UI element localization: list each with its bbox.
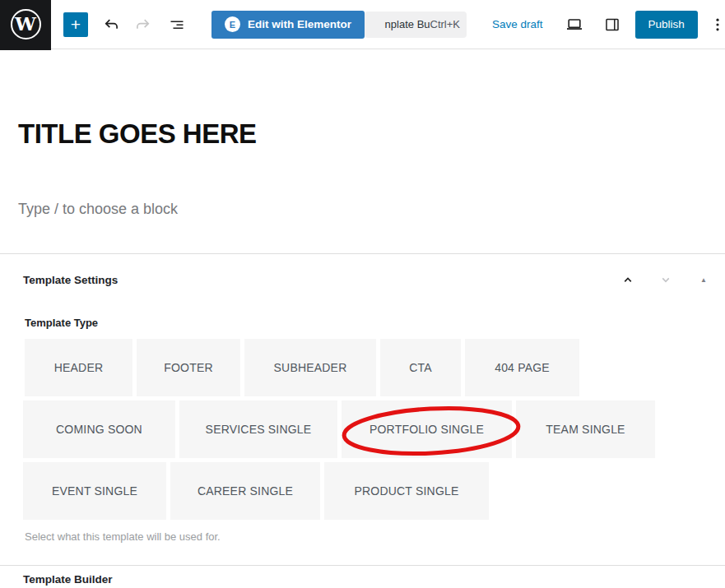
panel-header-controls: ▲: [618, 270, 709, 289]
move-panel-down-button[interactable]: [656, 270, 676, 289]
editor-canvas: TITLE GOES HERE Type / to choose a block…: [0, 118, 725, 586]
template-builder-panel: Template Builder: [0, 566, 725, 586]
add-block-button[interactable]: +: [63, 12, 88, 37]
block-appender[interactable]: Type / to choose a block: [18, 201, 725, 218]
template-type-cta[interactable]: CTA: [380, 339, 461, 396]
preview-button[interactable]: [561, 10, 588, 39]
edit-with-elementor-button[interactable]: E Edit with Elementor: [211, 11, 365, 39]
wordpress-logo[interactable]: W: [0, 0, 51, 50]
document-overview-icon: [168, 16, 186, 34]
command-palette-field[interactable]: nplate BuCtrl+K: [365, 12, 467, 38]
undo-icon: [102, 16, 120, 34]
template-type-header[interactable]: HEADER: [25, 339, 132, 396]
post-title[interactable]: TITLE GOES HERE: [18, 118, 725, 150]
save-draft-button[interactable]: Save draft: [492, 18, 543, 30]
panel-collapse-button[interactable]: ▲: [699, 276, 709, 284]
edit-with-elementor-label: Edit with Elementor: [248, 18, 351, 30]
wordpress-logo-icon: W: [11, 9, 41, 39]
template-type-portfolio-single[interactable]: PORTFOLIO SINGLE: [342, 400, 512, 458]
elementor-icon-letter: E: [230, 20, 235, 30]
elementor-icon: E: [225, 16, 240, 32]
portfolio-single-wrapper: PORTFOLIO SINGLE: [342, 400, 512, 458]
laptop-icon: [565, 15, 584, 35]
template-type-footer[interactable]: FOOTER: [137, 339, 240, 396]
template-type-team-single[interactable]: TEAM SINGLE: [516, 400, 655, 458]
chevron-up-icon: [620, 272, 635, 287]
template-type-row-3: EVENT SINGLE CAREER SINGLE PRODUCT SINGL…: [23, 462, 725, 520]
template-type-career-single[interactable]: CAREER SINGLE: [170, 462, 320, 520]
template-settings-body: Template Type HEADER FOOTER SUBHEADER CT…: [0, 289, 725, 543]
sidebar-toggle-icon: [603, 16, 621, 34]
command-shortcut-hint: Ctrl+K: [430, 18, 460, 30]
template-builder-title: Template Builder: [23, 573, 113, 586]
template-settings-header: Template Settings ▲: [0, 254, 725, 289]
editor-toolbar: W + E Edit with Elementor nplate BuCtrl+…: [0, 0, 725, 49]
template-settings-panel: Template Settings ▲ Template Type: [0, 254, 725, 543]
template-type-services-single[interactable]: SERVICES SINGLE: [179, 400, 337, 458]
document-overview-button[interactable]: [164, 10, 190, 39]
options-menu-button[interactable]: [704, 10, 725, 39]
plus-icon: +: [71, 15, 81, 34]
template-type-coming-soon[interactable]: COMING SOON: [23, 400, 175, 458]
redo-button[interactable]: [130, 10, 156, 39]
template-type-404-page[interactable]: 404 PAGE: [465, 339, 579, 396]
template-type-row-2: COMING SOON SERVICES SINGLE PORTFOLIO SI…: [23, 400, 725, 458]
template-type-row-1: HEADER FOOTER SUBHEADER CTA 404 PAGE: [25, 339, 725, 396]
kebab-menu-icon: [709, 16, 725, 34]
template-builder-header: Template Builder: [0, 566, 725, 586]
template-type-helper-text: Select what this template will be used f…: [25, 530, 725, 543]
wordpress-logo-letter: W: [15, 12, 36, 35]
move-panel-up-button[interactable]: [618, 270, 638, 289]
settings-sidebar-toggle[interactable]: [599, 10, 625, 39]
document-title-fragment: nplate Bu: [385, 18, 430, 30]
chevron-down-icon: [658, 272, 673, 287]
template-type-product-single[interactable]: PRODUCT SINGLE: [324, 462, 489, 520]
template-settings-title: Template Settings: [23, 274, 118, 286]
template-type-subheader[interactable]: SUBHEADER: [244, 339, 376, 396]
template-type-event-single[interactable]: EVENT SINGLE: [23, 462, 166, 520]
undo-button[interactable]: [98, 10, 124, 39]
collapse-triangle-icon: ▲: [700, 276, 707, 284]
template-type-label: Template Type: [25, 317, 725, 329]
redo-icon: [134, 16, 152, 34]
publish-button[interactable]: Publish: [635, 11, 698, 39]
